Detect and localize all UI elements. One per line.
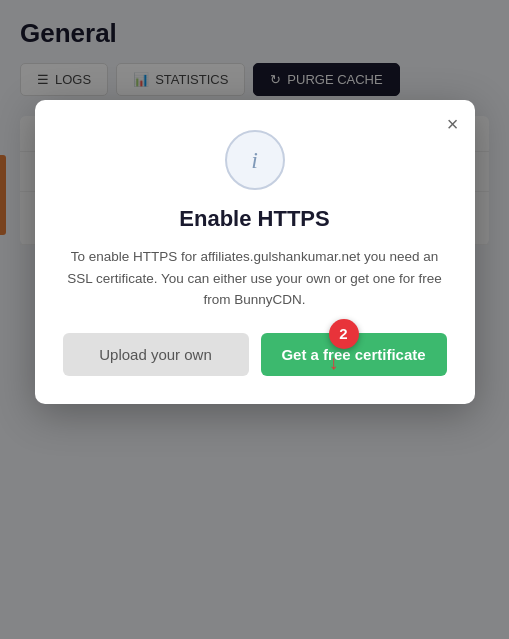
badge2-arrow-icon: ↓	[329, 351, 339, 374]
modal-overlay: × i Enable HTTPS To enable HTTPS for aff…	[0, 0, 509, 639]
modal-icon-wrap: i	[63, 130, 447, 190]
step2-badge: 2	[329, 319, 359, 349]
modal-description: To enable HTTPS for affiliates.gulshanku…	[63, 246, 447, 311]
modal-actions: Upload your own Get a free certificate	[63, 333, 447, 376]
info-icon: i	[251, 147, 258, 174]
modal-actions-wrap: 2 ↓ Upload your own Get a free certifica…	[63, 333, 447, 376]
modal-close-button[interactable]: ×	[447, 114, 459, 134]
enable-https-modal: × i Enable HTTPS To enable HTTPS for aff…	[35, 100, 475, 404]
upload-own-button[interactable]: Upload your own	[63, 333, 249, 376]
modal-title: Enable HTTPS	[63, 206, 447, 232]
info-icon-circle: i	[225, 130, 285, 190]
